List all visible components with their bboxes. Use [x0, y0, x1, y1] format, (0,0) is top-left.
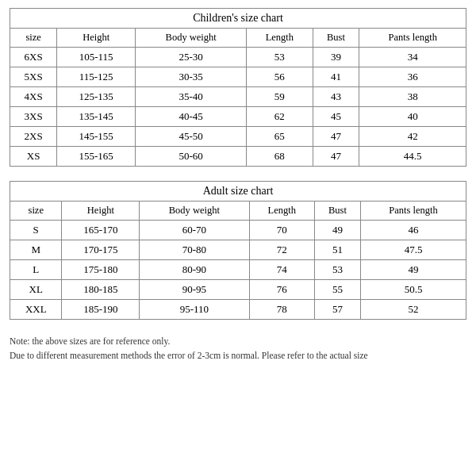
table-cell: 175-180: [62, 260, 140, 280]
children-col-bust: Bust: [313, 29, 359, 48]
table-cell: 25-30: [136, 48, 247, 67]
table-row: XXL185-19095-110785752: [10, 300, 466, 320]
table-cell: 105-115: [57, 48, 136, 67]
table-cell: 49: [314, 221, 360, 240]
table-cell: 47: [313, 127, 359, 147]
table-cell: 165-170: [62, 221, 140, 240]
table-cell: 62: [247, 107, 313, 127]
children-chart-title: Children's size chart: [10, 9, 466, 29]
table-cell: 78: [249, 300, 314, 320]
adult-col-bust: Bust: [314, 202, 360, 221]
table-row: 2XS145-15545-50654742: [10, 127, 466, 147]
table-cell: 53: [247, 48, 313, 67]
children-col-length: Length: [247, 29, 313, 48]
table-cell: 34: [359, 48, 466, 67]
table-cell: 68: [247, 147, 313, 167]
table-cell: 47: [313, 147, 359, 167]
table-cell: 35-40: [136, 87, 247, 107]
table-cell: 50.5: [361, 280, 466, 300]
table-cell: 59: [247, 87, 313, 107]
table-cell: 135-145: [57, 107, 136, 127]
table-cell: 38: [359, 87, 466, 107]
table-cell: XL: [10, 280, 62, 300]
children-col-size: size: [10, 29, 57, 48]
table-cell: 30-35: [136, 67, 247, 87]
table-cell: 49: [361, 260, 466, 280]
table-row: 3XS135-14540-45624540: [10, 107, 466, 127]
table-row: XL180-18590-95765550.5: [10, 280, 466, 300]
table-row: M170-17570-80725147.5: [10, 240, 466, 260]
table-cell: 47.5: [361, 240, 466, 260]
table-row: 6XS105-11525-30533934: [10, 48, 466, 67]
table-cell: 40: [359, 107, 466, 127]
table-cell: S: [10, 221, 62, 240]
table-cell: 95-110: [140, 300, 249, 320]
table-cell: 55: [314, 280, 360, 300]
table-cell: 185-190: [62, 300, 140, 320]
table-cell: 125-135: [57, 87, 136, 107]
adult-size-table: Adult size chart size Height Body weight…: [10, 181, 466, 320]
table-cell: 45: [313, 107, 359, 127]
table-cell: 3XS: [10, 107, 57, 127]
table-row: 4XS125-13535-40594338: [10, 87, 466, 107]
table-cell: 80-90: [140, 260, 249, 280]
table-cell: 50-60: [136, 147, 247, 167]
adult-chart-container: Adult size chart size Height Body weight…: [10, 181, 466, 320]
table-cell: XS: [10, 147, 57, 167]
table-cell: 43: [313, 87, 359, 107]
table-cell: 41: [313, 67, 359, 87]
table-cell: 74: [249, 260, 314, 280]
table-row: S165-17060-70704946: [10, 221, 466, 240]
table-cell: XXL: [10, 300, 62, 320]
table-cell: 70-80: [140, 240, 249, 260]
table-cell: 53: [314, 260, 360, 280]
table-cell: 180-185: [62, 280, 140, 300]
table-cell: 115-125: [57, 67, 136, 87]
table-cell: L: [10, 260, 62, 280]
table-cell: 51: [314, 240, 360, 260]
children-header-row: size Height Body weight Length Bust Pant…: [10, 29, 466, 48]
table-cell: 42: [359, 127, 466, 147]
table-cell: M: [10, 240, 62, 260]
adult-col-height: Height: [62, 202, 140, 221]
table-cell: 170-175: [62, 240, 140, 260]
table-cell: 56: [247, 67, 313, 87]
table-cell: 5XS: [10, 67, 57, 87]
table-cell: 60-70: [140, 221, 249, 240]
note-1: Note: the above sizes are for reference …: [10, 334, 466, 348]
adult-col-weight: Body weight: [140, 202, 249, 221]
table-cell: 57: [314, 300, 360, 320]
adult-header-row: size Height Body weight Length Bust Pant…: [10, 202, 466, 221]
table-cell: 2XS: [10, 127, 57, 147]
notes-section: Note: the above sizes are for reference …: [10, 334, 466, 363]
adult-col-pants: Pants length: [361, 202, 466, 221]
note-2: Due to different measurement methods the…: [10, 348, 466, 363]
children-col-pants: Pants length: [359, 29, 466, 48]
table-cell: 70: [249, 221, 314, 240]
table-cell: 76: [249, 280, 314, 300]
table-row: XS155-16550-60684744.5: [10, 147, 466, 167]
adult-chart-title: Adult size chart: [10, 182, 466, 202]
table-cell: 4XS: [10, 87, 57, 107]
adult-col-length: Length: [249, 202, 314, 221]
table-cell: 36: [359, 67, 466, 87]
table-cell: 65: [247, 127, 313, 147]
children-chart-container: Children's size chart size Height Body w…: [10, 8, 466, 167]
children-col-weight: Body weight: [136, 29, 247, 48]
children-col-height: Height: [57, 29, 136, 48]
table-cell: 155-165: [57, 147, 136, 167]
children-size-table: Children's size chart size Height Body w…: [10, 8, 466, 167]
table-cell: 46: [361, 221, 466, 240]
table-cell: 45-50: [136, 127, 247, 147]
table-cell: 40-45: [136, 107, 247, 127]
table-cell: 39: [313, 48, 359, 67]
adult-col-size: size: [10, 202, 62, 221]
table-row: 5XS115-12530-35564136: [10, 67, 466, 87]
table-row: L175-18080-90745349: [10, 260, 466, 280]
table-cell: 145-155: [57, 127, 136, 147]
table-cell: 90-95: [140, 280, 249, 300]
table-cell: 6XS: [10, 48, 57, 67]
table-cell: 72: [249, 240, 314, 260]
table-cell: 44.5: [359, 147, 466, 167]
table-cell: 52: [361, 300, 466, 320]
